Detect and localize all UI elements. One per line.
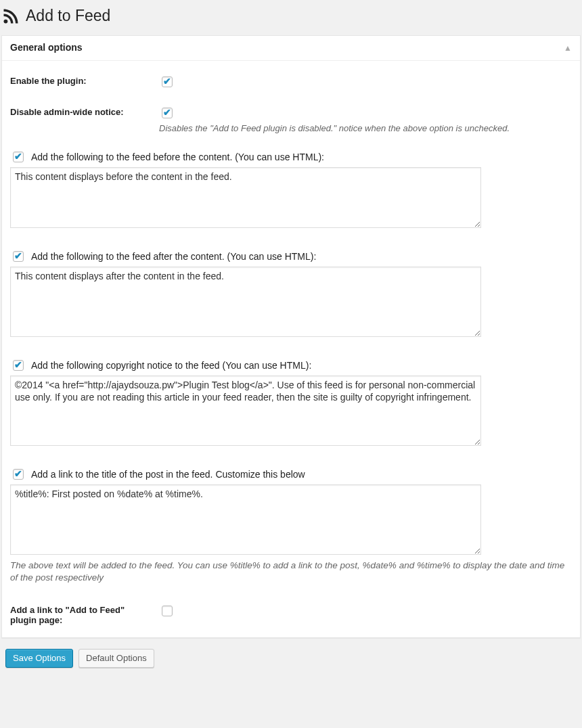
copyright-textarea[interactable] xyxy=(10,376,481,446)
before-content-checkbox[interactable] xyxy=(13,152,24,162)
enable-plugin-checkbox[interactable] xyxy=(162,76,173,87)
title-link-textarea[interactable] xyxy=(10,484,481,555)
disable-notice-label: Disable admin-wide notice: xyxy=(10,106,159,117)
button-row: Save Options Default Options xyxy=(1,649,581,668)
credit-link-label: Add a link to "Add to Feed" plugin page: xyxy=(10,604,159,625)
before-content-label: Add the following to the feed before the… xyxy=(31,152,324,162)
page-title-text: Add to Feed xyxy=(26,6,110,26)
general-options-panel: General options ▲ Enable the plugin: Dis… xyxy=(1,35,581,638)
title-link-help: The above text will be added to the feed… xyxy=(10,560,572,585)
after-content-textarea[interactable] xyxy=(10,267,481,337)
title-link-checkbox[interactable] xyxy=(13,469,24,480)
after-content-label: Add the following to the feed after the … xyxy=(31,251,316,262)
panel-header[interactable]: General options ▲ xyxy=(2,36,580,61)
credit-link-checkbox[interactable] xyxy=(162,606,173,616)
enable-plugin-label: Enable the plugin: xyxy=(10,74,159,86)
after-content-section: Add the following to the feed after the … xyxy=(10,249,572,339)
title-link-section: Add a link to the title of the post in t… xyxy=(10,467,572,585)
disable-notice-desc: Disables the "Add to Feed plugin is disa… xyxy=(159,123,572,133)
after-content-checkbox[interactable] xyxy=(13,251,24,262)
disable-notice-checkbox[interactable] xyxy=(162,108,173,118)
svg-point-0 xyxy=(4,19,8,23)
title-link-label: Add a link to the title of the post in t… xyxy=(31,469,305,480)
before-content-section: Add the following to the feed before the… xyxy=(10,150,572,230)
copyright-section: Add the following copyright notice to th… xyxy=(10,358,572,448)
default-options-button[interactable]: Default Options xyxy=(79,649,154,668)
panel-title: General options xyxy=(10,41,83,55)
credit-link-row: Add a link to "Add to Feed" plugin page: xyxy=(10,604,572,625)
disable-notice-row: Disable admin-wide notice: Disables the … xyxy=(10,106,572,133)
panel-body: Enable the plugin: Disable admin-wide no… xyxy=(2,61,580,638)
copyright-checkbox[interactable] xyxy=(13,360,24,371)
rss-icon xyxy=(1,7,20,26)
save-options-button[interactable]: Save Options xyxy=(5,649,73,668)
page-title: Add to Feed xyxy=(1,0,581,28)
enable-plugin-row: Enable the plugin: xyxy=(10,74,572,89)
copyright-label: Add the following copyright notice to th… xyxy=(31,360,311,371)
panel-toggle-icon[interactable]: ▲ xyxy=(564,43,572,53)
before-content-textarea[interactable] xyxy=(10,167,481,228)
